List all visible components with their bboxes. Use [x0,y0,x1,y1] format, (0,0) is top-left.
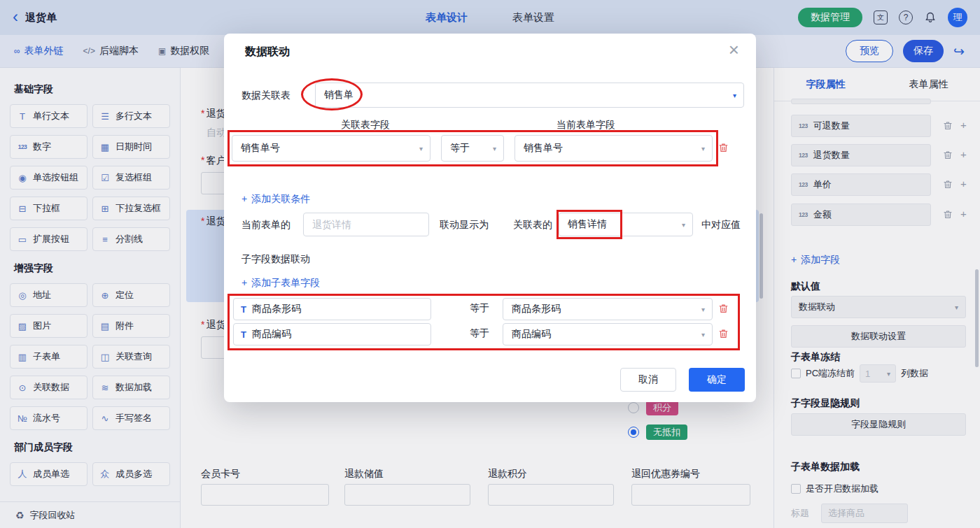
column-header-current-field: 当前表单字段 [556,117,615,131]
plus-icon: + [241,193,247,204]
chevron-down-icon: ▾ [701,306,705,313]
current-field-input[interactable] [303,213,429,236]
condition-field-select[interactable]: 销售单号 ▾ [232,135,430,162]
mapped-value-label: 中对应值 [701,217,741,231]
chevron-down-icon: ▾ [701,145,705,152]
chevron-down-icon: ▾ [419,145,423,152]
subfield-target-select-product-code[interactable]: 商品编码 ▾ [503,323,713,345]
close-icon[interactable]: × [729,41,739,59]
subfield-operator: 等于 [451,327,507,340]
data-linkage-modal: 数据联动 × 数据关联表 销售单 ▾ 关联表字段 当前表单字段 销售单号 ▾ 等… [224,34,756,402]
cancel-button[interactable]: 取消 [620,368,676,392]
chevron-down-icon: ▾ [701,331,705,338]
add-condition-link[interactable]: +添加关联条件 [241,193,310,206]
related-field-select[interactable]: 销售详情 ▾ [559,213,693,236]
column-header-related-field: 关联表字段 [341,117,390,131]
delete-condition-icon[interactable] [718,143,729,156]
text-field-icon: T [241,329,246,340]
delete-subfield-icon[interactable] [718,304,729,317]
subfield-linkage-title: 子字段数据联动 [241,252,310,266]
confirm-button[interactable]: 确定 [689,368,745,392]
modal-title: 数据联动 [245,45,290,59]
chevron-down-icon: ▾ [682,221,685,229]
condition-operator-select[interactable]: 等于 ▾ [441,135,504,162]
relation-table-select[interactable]: 销售单 ▾ [315,83,744,108]
current-form-label: 当前表单的 [241,217,290,231]
chevron-down-icon: ▾ [493,145,496,152]
subfield-input-product-code[interactable]: T 商品编码 [233,323,431,345]
app: ‹ 退货单 表单设计 表单设置 数据管理 文 ? 理 ∞ 表单外链 </> 后端… [0,0,980,528]
relation-table-label: 数据关联表 [241,88,290,102]
subfield-target-select-barcode[interactable]: 商品条形码 ▾ [503,298,713,320]
add-subfield-link[interactable]: +添加子表单字段 [241,277,320,290]
related-table-label: 关联表的 [513,217,552,231]
display-as-label: 联动显示为 [440,217,489,231]
subfield-operator: 等于 [451,302,507,315]
subfield-input-barcode[interactable]: T 商品条形码 [233,298,431,320]
plus-icon: + [241,277,247,288]
condition-target-select[interactable]: 销售单号 ▾ [514,135,713,162]
text-field-icon: T [241,304,246,315]
chevron-down-icon: ▾ [733,92,736,99]
delete-subfield-icon[interactable] [718,329,729,342]
